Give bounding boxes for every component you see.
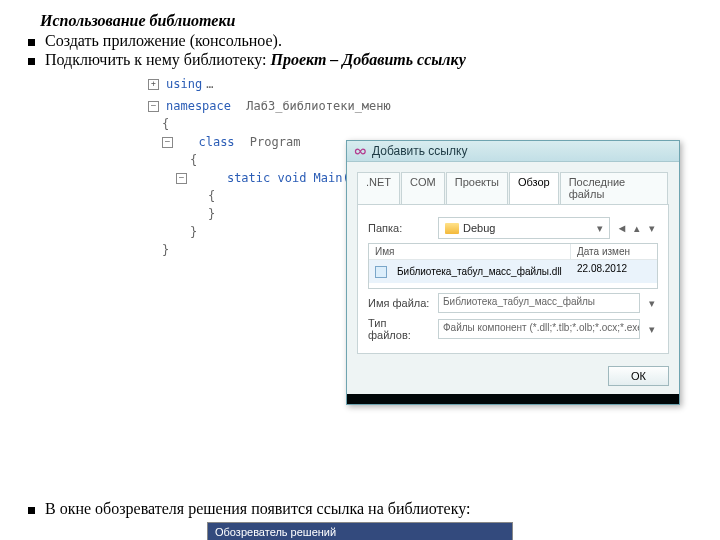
- brace: {: [162, 115, 169, 133]
- up-icon[interactable]: ▴: [631, 222, 643, 235]
- col-date[interactable]: Дата измен: [571, 244, 657, 259]
- filetype-row: Тип файлов: Файлы компонент (*.dll;*.tlb…: [368, 317, 658, 341]
- file-list: Имя Дата измен Библиотека_табул_масс_фай…: [368, 243, 658, 289]
- section-heading: Использование библиотеки: [40, 12, 692, 30]
- tab-projects[interactable]: Проекты: [446, 172, 508, 204]
- ok-button[interactable]: ОК: [608, 366, 669, 386]
- dialog-title: Добавить ссылку: [372, 144, 467, 158]
- method-sig: static void Main(: [227, 169, 350, 187]
- nav-buttons: ◄ ▴ ▾: [616, 222, 658, 235]
- bullet-explorer-note: В окне обозревателя решения появится ссы…: [28, 500, 692, 518]
- dialog-tabs: .NET COM Проекты Обзор Последние файлы: [347, 162, 679, 204]
- filename-row: Имя файла: Библиотека_табул_масс_файлы ▾: [368, 293, 658, 313]
- filename-label: Имя файла:: [368, 297, 432, 309]
- fold-icon: –: [148, 101, 159, 112]
- folder-icon: [445, 223, 459, 234]
- folder-dropdown[interactable]: Debug ▾: [438, 217, 610, 239]
- brace: }: [162, 241, 169, 259]
- dialog-titlebar: Добавить ссылку: [347, 141, 679, 162]
- settings-icon[interactable]: ▾: [646, 222, 658, 235]
- folder-label: Папка:: [368, 222, 432, 234]
- bullet-create-app: Создать приложение (консольное).: [28, 32, 692, 50]
- bullet-connect-lib: Подключить к нему библиотеку: Проект – Д…: [28, 51, 692, 69]
- bullet-icon: [28, 39, 35, 46]
- fold-icon: +: [148, 79, 159, 90]
- infinity-icon: [353, 145, 366, 158]
- filetype-dropdown[interactable]: Файлы компонент (*.dll;*.tlb;*.olb;*.ocx…: [438, 319, 640, 339]
- kw-namespace: namespace: [166, 97, 231, 115]
- dialog-buttons: ОК: [347, 360, 679, 394]
- filename-input[interactable]: Библиотека_табул_масс_файлы: [438, 293, 640, 313]
- bullet-em: Проект – Добавить ссылку: [270, 51, 465, 68]
- tab-com[interactable]: COM: [401, 172, 445, 204]
- folder-value: Debug: [463, 222, 495, 234]
- class-name: Program: [250, 133, 301, 151]
- bullet-text: Создать приложение (консольное).: [45, 32, 282, 50]
- folder-row: Папка: Debug ▾ ◄ ▴ ▾: [368, 217, 658, 239]
- dll-icon: [375, 266, 387, 278]
- bullet-icon: [28, 507, 35, 514]
- solution-explorer-title: Обозреватель решений: [208, 523, 512, 540]
- tab-recent[interactable]: Последние файлы: [560, 172, 668, 204]
- fold-icon: –: [176, 173, 187, 184]
- bullet-text: Подключить к нему библиотеку: Проект – Д…: [45, 51, 466, 69]
- brace: }: [190, 223, 197, 241]
- file-date: 22.08.2012: [571, 260, 657, 283]
- chevron-down-icon[interactable]: ▾: [646, 297, 658, 310]
- file-list-header: Имя Дата измен: [369, 244, 657, 260]
- kw-class: class: [198, 133, 234, 151]
- filetype-label: Тип файлов:: [368, 317, 432, 341]
- back-icon[interactable]: ◄: [616, 222, 628, 235]
- brace: {: [190, 151, 197, 169]
- tab-body: Папка: Debug ▾ ◄ ▴ ▾ Имя Дата измен Библ…: [357, 204, 669, 354]
- file-name: Библиотека_табул_масс_файлы.dll: [391, 263, 477, 280]
- brace: }: [208, 205, 215, 223]
- crop-edge: [347, 394, 679, 404]
- chevron-down-icon: ▾: [597, 222, 603, 235]
- brace: {: [208, 187, 215, 205]
- file-row[interactable]: Библиотека_табул_масс_файлы.dll 22.08.20…: [369, 260, 657, 283]
- solution-explorer: Обозреватель решений Решение "Лаб3_библи…: [207, 522, 513, 540]
- bullet-icon: [28, 58, 35, 65]
- col-name[interactable]: Имя: [369, 244, 571, 259]
- add-reference-dialog: Добавить ссылку .NET COM Проекты Обзор П…: [346, 140, 680, 405]
- tab-browse[interactable]: Обзор: [509, 172, 559, 204]
- bullet-prefix: Подключить к нему библиотеку:: [45, 51, 270, 68]
- kw-using: using: [166, 75, 202, 93]
- ns-name: Лаб3_библиотеки_меню: [246, 97, 391, 115]
- tab-net[interactable]: .NET: [357, 172, 400, 204]
- bullet-text: В окне обозревателя решения появится ссы…: [45, 500, 470, 518]
- chevron-down-icon[interactable]: ▾: [646, 323, 658, 336]
- fold-icon: –: [162, 137, 173, 148]
